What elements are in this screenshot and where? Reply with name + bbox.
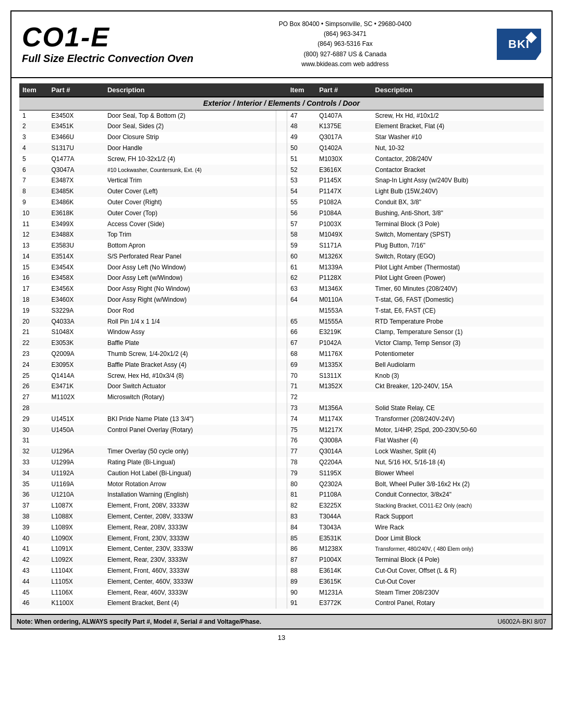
item-number-right: 51 — [287, 154, 316, 165]
header-left: CO1-E Full Size Electric Convection Oven — [22, 23, 193, 65]
part-number-left: E3514X — [48, 251, 104, 262]
part-number-left: Q1414A — [48, 371, 104, 381]
description-left: Access Cover (Side) — [104, 219, 276, 230]
part-number-left: E3456X — [48, 283, 104, 294]
description-left — [104, 435, 276, 446]
table-row: 8E3485KOuter Cover (Left)54P1147XLight B… — [19, 186, 544, 197]
item-number-left: 1 — [19, 110, 48, 121]
table-row: 6Q3047A#10 Lockwasher, Countersunk, Ext.… — [19, 165, 544, 176]
description-right: Pilot Light Green (Power) — [372, 273, 544, 283]
col-divider-cell — [276, 544, 287, 554]
description-left: Screw, Hex Hd, #10x3/4 (8) — [104, 371, 276, 381]
item-number-left: 3 — [19, 132, 48, 143]
part-number-left: U1192A — [48, 468, 104, 479]
footer-note: Note: When ordering, ALWAYS specify Part… — [11, 614, 552, 628]
item-number-right: 91 — [287, 598, 316, 609]
description-left: Roll Pin 1/4 x 1 1/4 — [104, 316, 276, 327]
description-left: Door Seal, Sides (2) — [104, 121, 276, 132]
item-number-right: 89 — [287, 576, 316, 587]
part-number-right: M1352X — [316, 381, 372, 392]
description-right: Terminal Block (4 Pole) — [372, 554, 544, 565]
col-divider-cell — [276, 522, 287, 533]
description-left: Thumb Screw, 1/4-20x1/2 (4) — [104, 349, 276, 360]
part-number-right: Q2204A — [316, 457, 372, 468]
document-subtitle: Full Size Electric Convection Oven — [22, 53, 193, 65]
item-number-right: 58 — [287, 229, 316, 240]
part-number-right: M1335X — [316, 360, 372, 371]
description-right: Contactor, 208/240V — [372, 154, 544, 165]
col-divider-cell — [276, 251, 287, 262]
part-number-right: M1030X — [316, 154, 372, 165]
description-right: Switch, Momentary (SPST) — [372, 229, 544, 240]
item-number-left: 44 — [19, 576, 48, 587]
item-number-left: 27 — [19, 392, 48, 403]
table-row: 9E3486KOuter Cover (Right)55P1082ACondui… — [19, 197, 544, 208]
description-left: Door Closure Strip — [104, 132, 276, 143]
description-left: Caution Hot Label (Bi-Lingual) — [104, 468, 276, 479]
part-number-left: E3450X — [48, 110, 104, 121]
table-row: 4S1317UDoor Handle50Q1402ANut, 10-32 — [19, 143, 544, 154]
description-left: Element, Center, 208V, 3333W — [104, 511, 276, 522]
part-number-left: E3454X — [48, 262, 104, 273]
description-right — [372, 392, 544, 403]
description-right: Door Limit Block — [372, 533, 544, 544]
col-divider-cell — [276, 132, 287, 143]
description-left: Element, Center, 460V, 3333W — [104, 576, 276, 587]
col-divider-cell — [276, 403, 287, 414]
part-number-right: S1311X — [316, 371, 372, 381]
item-number-right: 83 — [287, 511, 316, 522]
description-left: Baffle Plate — [104, 338, 276, 349]
col-divider-cell — [276, 110, 287, 121]
item-number-right: 80 — [287, 479, 316, 490]
description-right: Clamp, Temperature Sensor (1) — [372, 327, 544, 338]
item-number-right: 87 — [287, 554, 316, 565]
col-header-part2: Part # — [316, 83, 372, 97]
item-number-right: 56 — [287, 208, 316, 219]
description-right: Flat Washer (4) — [372, 435, 544, 446]
table-row: 2873M1356ASolid State Relay, CE — [19, 403, 544, 414]
description-right: Control Panel, Rotary — [372, 598, 544, 609]
item-number-left: 28 — [19, 403, 48, 414]
col-divider-cell — [276, 435, 287, 446]
col-header-item2: Item — [287, 83, 316, 97]
col-header-part1: Part # — [48, 83, 104, 97]
item-number-right: 55 — [287, 197, 316, 208]
part-number-right: P1042A — [316, 338, 372, 349]
page-wrapper: CO1-E Full Size Electric Convection Oven… — [10, 10, 553, 630]
description-right: Star Washer #10 — [372, 132, 544, 143]
col-divider-cell — [276, 381, 287, 392]
description-left: Outer Cover (Left) — [104, 186, 276, 197]
table-row: 17E3456XDoor Assy Right (No Window)63M13… — [19, 283, 544, 294]
description-left: Door Assy Right (w/Window) — [104, 294, 276, 305]
document-title: CO1-E — [22, 23, 193, 51]
item-number-left: 13 — [19, 240, 48, 251]
part-number-left: S3229A — [48, 305, 104, 316]
item-number-left: 22 — [19, 338, 48, 349]
col-divider-cell — [276, 392, 287, 403]
description-right: Cut-Out Cover, Offset (L & R) — [372, 565, 544, 576]
col-divider-cell — [276, 565, 287, 576]
part-number-left: U1299A — [48, 457, 104, 468]
part-number-left: E3499X — [48, 219, 104, 230]
item-number-left: 34 — [19, 468, 48, 479]
part-number-right: M1326X — [316, 251, 372, 262]
part-number-right: E3614K — [316, 565, 372, 576]
description-left: Door Rod — [104, 305, 276, 316]
address-line1: PO Box 80400 • Simpsonville, SC • 29680-… — [193, 19, 497, 29]
part-number-right: M1553A — [316, 305, 372, 316]
description-right: Light Bulb (15W,240V) — [372, 186, 544, 197]
description-right: Bolt, Wheel Puller 3/8-16x2 Hx (2) — [372, 479, 544, 490]
website: www.bkideas.com web address — [193, 59, 497, 69]
part-number-right: E3615K — [316, 576, 372, 587]
logo-text: BKI — [508, 38, 530, 51]
phone2: (864) 963-5316 Fax — [193, 39, 497, 49]
table-row: 3E3466UDoor Closure Strip49Q3017AStar Wa… — [19, 132, 544, 143]
part-number-right: Q3008A — [316, 435, 372, 446]
table-row: 46K1100XElement Bracket, Bent (4)91E3772… — [19, 598, 544, 609]
part-number-left: E3095X — [48, 360, 104, 371]
main-content: Item Part # Description Item Part # Desc… — [11, 78, 552, 614]
description-right: Nut, 5/16 HX, 5/16-18 (4) — [372, 457, 544, 468]
description-left: Installation Warning (English) — [104, 489, 276, 500]
description-left: Baffle Plate Bracket Assy (4) — [104, 360, 276, 371]
description-right: RTD Temperature Probe — [372, 316, 544, 327]
